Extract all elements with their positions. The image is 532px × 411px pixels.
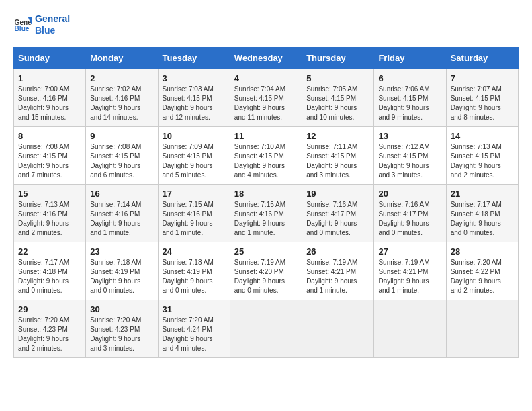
- weekday-header-row: SundayMondayTuesdayWednesdayThursdayFrid…: [14, 47, 519, 68]
- day-number: 11: [234, 131, 298, 141]
- day-info: Sunrise: 7:08 AMSunset: 4:15 PMDaylight:…: [90, 142, 153, 180]
- day-info: Sunrise: 7:12 AMSunset: 4:15 PMDaylight:…: [378, 142, 441, 180]
- calendar-cell: 15 Sunrise: 7:13 AMSunset: 4:16 PMDaylig…: [14, 184, 86, 242]
- day-number: 8: [18, 131, 81, 141]
- day-number: 9: [90, 131, 153, 141]
- calendar-cell: 29 Sunrise: 7:20 AMSunset: 4:23 PMDaylig…: [14, 300, 86, 357]
- day-info: Sunrise: 7:16 AMSunset: 4:17 PMDaylight:…: [306, 200, 369, 238]
- svg-text:Blue: Blue: [15, 25, 30, 32]
- day-info: Sunrise: 7:06 AMSunset: 4:15 PMDaylight:…: [378, 85, 441, 122]
- calendar-cell: 21 Sunrise: 7:17 AMSunset: 4:18 PMDaylig…: [446, 184, 518, 242]
- weekday-header-sunday: Sunday: [14, 47, 86, 68]
- calendar-cell: 13 Sunrise: 7:12 AMSunset: 4:15 PMDaylig…: [374, 126, 446, 184]
- day-info: Sunrise: 7:14 AMSunset: 4:16 PMDaylight:…: [90, 200, 153, 238]
- day-number: 5: [306, 73, 369, 83]
- calendar-week-row: 1 Sunrise: 7:00 AMSunset: 4:16 PMDayligh…: [14, 68, 519, 126]
- day-number: 14: [451, 131, 514, 141]
- day-number: 26: [306, 246, 369, 257]
- calendar-cell: [230, 300, 302, 357]
- calendar-cell: 5 Sunrise: 7:05 AMSunset: 4:15 PMDayligh…: [302, 68, 374, 126]
- weekday-header-friday: Friday: [374, 47, 446, 68]
- calendar-cell: 27 Sunrise: 7:19 AMSunset: 4:21 PMDaylig…: [374, 242, 446, 300]
- day-info: Sunrise: 7:13 AMSunset: 4:15 PMDaylight:…: [451, 142, 514, 180]
- day-info: Sunrise: 7:20 AMSunset: 4:22 PMDaylight:…: [451, 258, 514, 295]
- day-info: Sunrise: 7:09 AMSunset: 4:15 PMDaylight:…: [163, 142, 226, 180]
- calendar-week-row: 15 Sunrise: 7:13 AMSunset: 4:16 PMDaylig…: [14, 184, 519, 242]
- day-info: Sunrise: 7:16 AMSunset: 4:17 PMDaylight:…: [378, 200, 441, 238]
- day-number: 13: [378, 131, 441, 141]
- weekday-header-monday: Monday: [86, 47, 158, 68]
- day-info: Sunrise: 7:03 AMSunset: 4:15 PMDaylight:…: [163, 85, 226, 122]
- day-number: 1: [18, 73, 81, 83]
- day-info: Sunrise: 7:19 AMSunset: 4:20 PMDaylight:…: [234, 258, 298, 295]
- calendar-week-row: 29 Sunrise: 7:20 AMSunset: 4:23 PMDaylig…: [14, 300, 519, 357]
- weekday-header-saturday: Saturday: [446, 47, 518, 68]
- calendar-cell: 7 Sunrise: 7:07 AMSunset: 4:15 PMDayligh…: [446, 68, 518, 126]
- calendar-cell: 11 Sunrise: 7:10 AMSunset: 4:15 PMDaylig…: [230, 126, 302, 184]
- calendar-cell: 30 Sunrise: 7:20 AMSunset: 4:23 PMDaylig…: [86, 300, 158, 357]
- day-info: Sunrise: 7:19 AMSunset: 4:21 PMDaylight:…: [306, 258, 369, 295]
- day-info: Sunrise: 7:04 AMSunset: 4:15 PMDaylight:…: [234, 85, 298, 122]
- calendar-cell: 19 Sunrise: 7:16 AMSunset: 4:17 PMDaylig…: [302, 184, 374, 242]
- day-info: Sunrise: 7:08 AMSunset: 4:15 PMDaylight:…: [18, 142, 81, 180]
- calendar-cell: 14 Sunrise: 7:13 AMSunset: 4:15 PMDaylig…: [446, 126, 518, 184]
- day-number: 20: [378, 189, 441, 199]
- day-number: 31: [163, 304, 226, 314]
- day-number: 6: [378, 73, 441, 83]
- weekday-header-tuesday: Tuesday: [158, 47, 230, 68]
- calendar-cell: 3 Sunrise: 7:03 AMSunset: 4:15 PMDayligh…: [158, 68, 230, 126]
- calendar-cell: 8 Sunrise: 7:08 AMSunset: 4:15 PMDayligh…: [14, 126, 86, 184]
- day-number: 12: [306, 131, 369, 141]
- day-number: 7: [451, 73, 514, 83]
- day-info: Sunrise: 7:13 AMSunset: 4:16 PMDaylight:…: [18, 200, 81, 238]
- calendar-cell: 26 Sunrise: 7:19 AMSunset: 4:21 PMDaylig…: [302, 242, 374, 300]
- calendar-cell: [374, 300, 446, 357]
- calendar-cell: 20 Sunrise: 7:16 AMSunset: 4:17 PMDaylig…: [374, 184, 446, 242]
- calendar-cell: [302, 300, 374, 357]
- day-number: 4: [234, 73, 298, 83]
- calendar-cell: 18 Sunrise: 7:15 AMSunset: 4:16 PMDaylig…: [230, 184, 302, 242]
- calendar-cell: 9 Sunrise: 7:08 AMSunset: 4:15 PMDayligh…: [86, 126, 158, 184]
- day-info: Sunrise: 7:17 AMSunset: 4:18 PMDaylight:…: [451, 200, 514, 238]
- calendar-cell: 17 Sunrise: 7:15 AMSunset: 4:16 PMDaylig…: [158, 184, 230, 242]
- calendar-cell: 22 Sunrise: 7:17 AMSunset: 4:18 PMDaylig…: [14, 242, 86, 300]
- calendar-cell: 23 Sunrise: 7:18 AMSunset: 4:19 PMDaylig…: [86, 242, 158, 300]
- day-number: 25: [234, 246, 298, 257]
- calendar-cell: 4 Sunrise: 7:04 AMSunset: 4:15 PMDayligh…: [230, 68, 302, 126]
- day-info: Sunrise: 7:20 AMSunset: 4:23 PMDaylight:…: [18, 316, 81, 353]
- day-info: Sunrise: 7:20 AMSunset: 4:24 PMDaylight:…: [163, 316, 226, 353]
- day-info: Sunrise: 7:15 AMSunset: 4:16 PMDaylight:…: [163, 200, 226, 238]
- day-number: 29: [18, 304, 81, 314]
- day-number: 22: [18, 246, 81, 257]
- page-header: General Blue General Blue: [13, 13, 519, 36]
- calendar-cell: 16 Sunrise: 7:14 AMSunset: 4:16 PMDaylig…: [86, 184, 158, 242]
- day-info: Sunrise: 7:17 AMSunset: 4:18 PMDaylight:…: [18, 258, 81, 295]
- logo-text: General Blue: [35, 13, 70, 36]
- day-number: 16: [90, 189, 153, 199]
- day-number: 3: [163, 73, 226, 83]
- weekday-header-thursday: Thursday: [302, 47, 374, 68]
- day-info: Sunrise: 7:07 AMSunset: 4:15 PMDaylight:…: [451, 85, 514, 122]
- calendar-cell: [446, 300, 518, 357]
- day-number: 24: [163, 246, 226, 257]
- day-number: 28: [451, 246, 514, 257]
- day-number: 23: [90, 246, 153, 257]
- calendar-cell: 25 Sunrise: 7:19 AMSunset: 4:20 PMDaylig…: [230, 242, 302, 300]
- logo-icon: General Blue: [13, 15, 32, 34]
- day-number: 30: [90, 304, 153, 314]
- day-info: Sunrise: 7:18 AMSunset: 4:19 PMDaylight:…: [90, 258, 153, 295]
- calendar-cell: 24 Sunrise: 7:18 AMSunset: 4:19 PMDaylig…: [158, 242, 230, 300]
- day-info: Sunrise: 7:18 AMSunset: 4:19 PMDaylight:…: [163, 258, 226, 295]
- day-info: Sunrise: 7:15 AMSunset: 4:16 PMDaylight:…: [234, 200, 298, 238]
- day-number: 15: [18, 189, 81, 199]
- day-number: 19: [306, 189, 369, 199]
- day-number: 2: [90, 73, 153, 83]
- day-info: Sunrise: 7:02 AMSunset: 4:16 PMDaylight:…: [90, 85, 153, 122]
- calendar-cell: 28 Sunrise: 7:20 AMSunset: 4:22 PMDaylig…: [446, 242, 518, 300]
- day-number: 27: [378, 246, 441, 257]
- day-number: 17: [163, 189, 226, 199]
- calendar-week-row: 8 Sunrise: 7:08 AMSunset: 4:15 PMDayligh…: [14, 126, 519, 184]
- day-info: Sunrise: 7:10 AMSunset: 4:15 PMDaylight:…: [234, 142, 298, 180]
- day-number: 18: [234, 189, 298, 199]
- weekday-header-wednesday: Wednesday: [230, 47, 302, 68]
